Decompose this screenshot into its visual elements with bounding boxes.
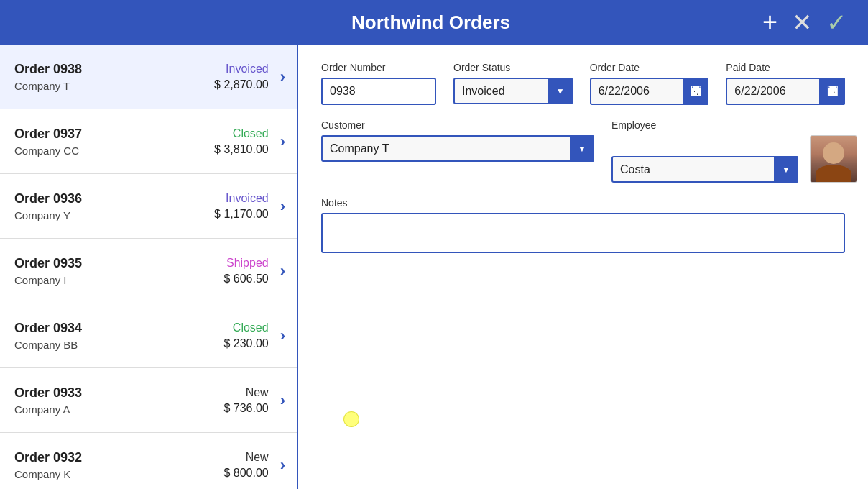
- order-right: Closed $ 3,810.00: [214, 127, 269, 156]
- order-name: Order 0935: [14, 256, 223, 271]
- order-item-0938[interactable]: Order 0938 Company T Invoiced $ 2,870.00…: [0, 45, 297, 109]
- order-date-wrapper: [590, 78, 709, 105]
- customer-select[interactable]: Company TCompany CCCompany YCompany ICom…: [321, 135, 594, 162]
- order-status-select-wrapper: NewInvoicedShippedClosed: [453, 78, 573, 104]
- employee-row: CostaOther Employee: [611, 135, 857, 183]
- app-container: Northwind Orders + ✕ ✓ Order 0938 Compan…: [0, 0, 868, 489]
- app-title: Northwind Orders: [103, 12, 758, 34]
- order-name: Order 0938: [14, 62, 214, 77]
- order-info: Order 0934 Company BB: [14, 321, 223, 351]
- order-status: Invoiced: [226, 192, 269, 205]
- order-date-group: Order Date: [590, 62, 709, 105]
- employee-photo: [810, 135, 857, 183]
- order-status-select[interactable]: NewInvoicedShippedClosed: [453, 78, 573, 104]
- order-amount: $ 2,870.00: [214, 78, 269, 91]
- order-info: Order 0932 Company K: [14, 450, 223, 480]
- customer-group: Customer Company TCompany CCCompany YCom…: [321, 119, 594, 183]
- order-status: Invoiced: [226, 63, 269, 76]
- order-company: Company Y: [14, 209, 214, 221]
- order-company: Company CC: [14, 145, 214, 157]
- order-amount: $ 800.00: [223, 467, 268, 480]
- order-company: Company K: [14, 468, 223, 480]
- order-number-group: Order Number: [321, 62, 436, 105]
- order-status: Closed: [233, 127, 269, 140]
- order-status: Closed: [233, 321, 269, 334]
- order-info: Order 0938 Company T: [14, 62, 214, 92]
- order-info: Order 0935 Company I: [14, 256, 223, 286]
- notes-group: Notes: [321, 197, 845, 253]
- order-chevron-icon[interactable]: ›: [280, 326, 285, 345]
- order-chevron-icon[interactable]: ›: [280, 262, 285, 280]
- order-chevron-icon[interactable]: ›: [280, 391, 285, 410]
- save-button[interactable]: ✓: [822, 7, 851, 37]
- form-row-1: Order Number Order Status NewInvoicedShi…: [321, 62, 845, 105]
- order-company: Company I: [14, 274, 223, 286]
- employee-group: Employee CostaOther Employee: [611, 119, 857, 183]
- employee-select[interactable]: CostaOther Employee: [611, 156, 798, 183]
- add-button[interactable]: +: [758, 6, 782, 38]
- order-right: Invoiced $ 1,170.00: [214, 192, 269, 221]
- order-right: Invoiced $ 2,870.00: [214, 63, 269, 91]
- order-right: New $ 800.00: [223, 451, 268, 480]
- orders-list[interactable]: Order 0938 Company T Invoiced $ 2,870.00…: [0, 45, 298, 489]
- order-item-0932[interactable]: Order 0932 Company K New $ 800.00 ›: [0, 433, 297, 489]
- header-actions: + ✕ ✓: [758, 6, 851, 38]
- order-name: Order 0932: [14, 450, 223, 465]
- order-item-0935[interactable]: Order 0935 Company I Shipped $ 606.50 ›: [0, 239, 297, 303]
- paid-date-label: Paid Date: [726, 62, 845, 73]
- order-right: Shipped $ 606.50: [223, 257, 268, 285]
- order-amount: $ 3,810.00: [214, 143, 269, 156]
- order-name: Order 0937: [14, 127, 214, 142]
- order-item-0934[interactable]: Order 0934 Company BB Closed $ 230.00 ›: [0, 303, 297, 368]
- detail-panel: Order Number Order Status NewInvoicedShi…: [298, 45, 868, 489]
- employee-select-wrapper: CostaOther Employee: [611, 156, 798, 183]
- order-status: Shipped: [226, 257, 269, 270]
- order-date-calendar-button[interactable]: [683, 78, 708, 105]
- order-info: Order 0937 Company CC: [14, 127, 214, 157]
- order-amount: $ 606.50: [223, 273, 268, 285]
- order-name: Order 0934: [14, 321, 223, 336]
- order-name: Order 0936: [14, 191, 214, 206]
- customer-select-wrapper: Company TCompany CCCompany YCompany ICom…: [321, 135, 594, 162]
- order-number-input[interactable]: [321, 78, 436, 105]
- form-row-2: Customer Company TCompany CCCompany YCom…: [321, 119, 845, 183]
- close-button[interactable]: ✕: [788, 7, 816, 37]
- order-status: New: [246, 451, 269, 464]
- employee-label: Employee: [611, 119, 857, 131]
- paid-date-wrapper: [726, 78, 845, 105]
- order-item-0937[interactable]: Order 0937 Company CC Closed $ 3,810.00 …: [0, 109, 297, 174]
- order-chevron-icon[interactable]: ›: [280, 456, 285, 475]
- order-right: Closed $ 230.00: [223, 321, 268, 350]
- order-status-group: Order Status NewInvoicedShippedClosed: [453, 62, 573, 105]
- paid-date-calendar-button[interactable]: [819, 78, 845, 105]
- order-item-0933[interactable]: Order 0933 Company A New $ 736.00 ›: [0, 368, 297, 433]
- employee-photo-image: [811, 135, 857, 183]
- main-content: Order 0938 Company T Invoiced $ 2,870.00…: [0, 45, 868, 489]
- order-name: Order 0933: [14, 385, 223, 401]
- order-number-label: Order Number: [321, 62, 436, 73]
- order-company: Company BB: [14, 339, 223, 351]
- header: Northwind Orders + ✕ ✓: [0, 0, 868, 45]
- notes-textarea[interactable]: [321, 213, 845, 253]
- order-item-0936[interactable]: Order 0936 Company Y Invoiced $ 1,170.00…: [0, 174, 297, 239]
- order-status-label: Order Status: [453, 62, 573, 73]
- order-amount: $ 230.00: [223, 337, 268, 350]
- notes-label: Notes: [321, 197, 845, 209]
- order-chevron-icon[interactable]: ›: [280, 132, 285, 151]
- order-info: Order 0933 Company A: [14, 385, 223, 416]
- form-row-3: Notes: [321, 197, 845, 253]
- order-date-label: Order Date: [590, 62, 709, 73]
- order-chevron-icon[interactable]: ›: [280, 197, 285, 216]
- paid-date-group: Paid Date: [726, 62, 845, 105]
- customer-label: Customer: [321, 119, 594, 131]
- order-status: New: [246, 386, 269, 399]
- order-chevron-icon[interactable]: ›: [280, 68, 285, 86]
- order-amount: $ 1,170.00: [214, 208, 269, 221]
- order-info: Order 0936 Company Y: [14, 191, 214, 221]
- order-amount: $ 736.00: [223, 402, 268, 415]
- order-right: New $ 736.00: [223, 386, 268, 415]
- order-company: Company T: [14, 80, 214, 92]
- order-company: Company A: [14, 403, 223, 416]
